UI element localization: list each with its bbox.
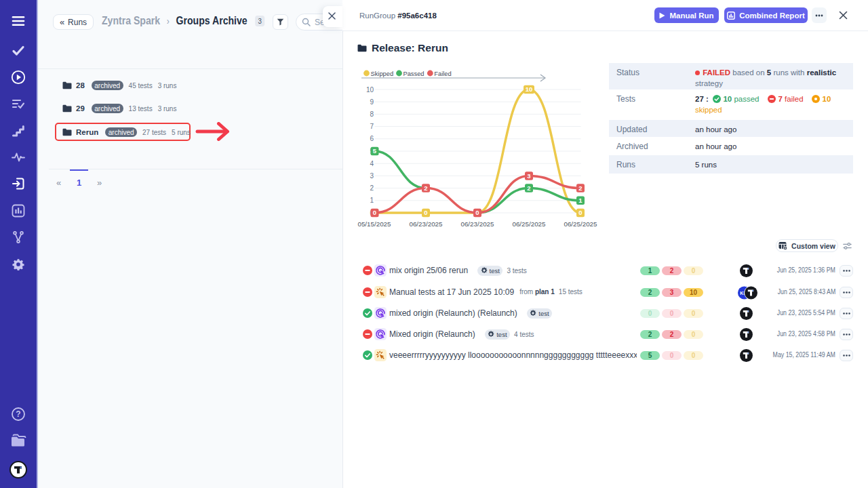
svg-text:06/23/2025: 06/23/2025 <box>409 220 443 228</box>
svg-text:4: 4 <box>370 160 374 167</box>
svg-text:8: 8 <box>370 110 374 118</box>
svg-text:7: 7 <box>370 123 374 130</box>
svg-text:Failed: Failed <box>434 70 451 77</box>
svg-text:5: 5 <box>373 147 377 155</box>
svg-text:10: 10 <box>366 86 374 94</box>
svg-text:1: 1 <box>578 197 583 204</box>
svg-text:?: ? <box>16 409 20 419</box>
svg-text:3: 3 <box>527 172 530 180</box>
svg-text:1: 1 <box>370 197 374 204</box>
svg-text:2: 2 <box>527 184 530 192</box>
svg-text:Passed: Passed <box>403 70 425 77</box>
svg-text:0: 0 <box>475 209 479 216</box>
svg-text:06/23/2025: 06/23/2025 <box>460 220 494 228</box>
svg-text:2: 2 <box>578 184 582 192</box>
svg-text:9: 9 <box>370 98 374 106</box>
svg-text:0: 0 <box>578 209 582 216</box>
svg-text:0: 0 <box>424 209 427 216</box>
svg-text:06/25/2025: 06/25/2025 <box>564 220 597 228</box>
svg-text:2: 2 <box>370 184 374 192</box>
svg-text:05/15/2025: 05/15/2025 <box>357 220 391 228</box>
svg-text:6: 6 <box>370 135 374 142</box>
svg-text:3: 3 <box>370 172 374 180</box>
svg-text:Skipped: Skipped <box>371 70 394 77</box>
svg-text:06/25/2025: 06/25/2025 <box>512 220 546 228</box>
svg-text:10: 10 <box>526 85 533 93</box>
svg-text:2: 2 <box>424 184 427 192</box>
svg-text:0: 0 <box>373 209 376 216</box>
